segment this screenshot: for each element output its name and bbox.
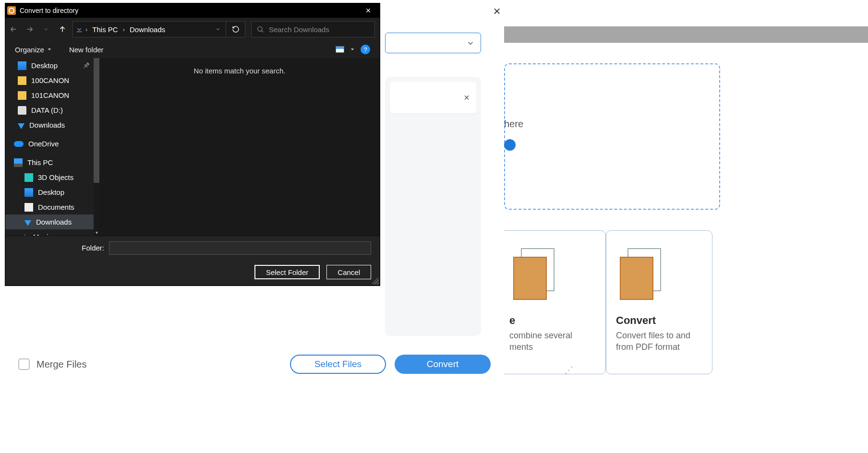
dialog-titlebar[interactable]: Convert to directory ×: [5, 3, 380, 18]
dialog-actions: Select Folder Cancel: [5, 260, 380, 285]
merge-checkbox[interactable]: [18, 358, 30, 370]
select-folder-button[interactable]: Select Folder: [254, 265, 320, 279]
svg-marker-6: [48, 48, 51, 50]
tree-item-label: OneDrive: [28, 140, 59, 148]
crumb-this-pc[interactable]: This PC: [87, 25, 122, 34]
folder-label: Folder:: [82, 244, 104, 252]
files-panel: [385, 77, 481, 336]
drop-zone[interactable]: [504, 63, 720, 210]
desktop-icon: [24, 188, 33, 197]
nav-forward-button[interactable]: [22, 21, 38, 37]
search-icon: [256, 25, 264, 33]
dialog-close-button[interactable]: ×: [359, 4, 378, 17]
tree-item-label: Downloads: [36, 218, 72, 226]
convert-card-icon: [616, 241, 664, 304]
help-button[interactable]: ?: [361, 45, 370, 54]
tree-item-label: This PC: [27, 158, 53, 167]
nav-tree[interactable]: Desktop100CANON101CANONDATA (D:)Download…: [5, 58, 99, 236]
modal-footer: Merge Files Select Files Convert: [18, 353, 491, 375]
card-desc: Convert files to and from PDF format: [616, 330, 702, 353]
tree-item-label: 100CANON: [31, 76, 69, 84]
card-desc: combine several ments: [509, 330, 596, 353]
scroll-thumb[interactable]: [94, 58, 99, 183]
tree-item[interactable]: 3D Objects: [5, 170, 99, 185]
music-icon: [24, 234, 28, 236]
chip-remove-icon[interactable]: ×: [464, 92, 470, 103]
dialog-navbar: › This PC › Downloads Search Downloads: [5, 18, 380, 41]
tree-item-label: Downloads: [29, 121, 65, 129]
address-breadcrumb[interactable]: › This PC › Downloads: [72, 21, 226, 37]
drive-icon: [18, 106, 26, 115]
nav-back-button[interactable]: [5, 21, 22, 37]
tree-scrollbar[interactable]: ▴ ▾: [94, 58, 99, 236]
search-placeholder: Search Downloads: [269, 25, 329, 34]
feature-card-convert[interactable]: Convert Convert files to and from PDF fo…: [606, 230, 712, 374]
nav-up-button[interactable]: [54, 21, 71, 37]
search-input[interactable]: Search Downloads: [251, 21, 375, 37]
scroll-down-icon[interactable]: ▾: [94, 230, 99, 235]
modal-close-button[interactable]: ×: [490, 4, 504, 18]
convert-button[interactable]: Convert: [395, 355, 491, 374]
file-list-area[interactable]: No items match your search.: [99, 58, 380, 236]
crumb-dropdown-button[interactable]: [210, 26, 226, 32]
tree-item-label: DATA (D:): [31, 106, 63, 114]
format-dropdown[interactable]: [385, 33, 481, 53]
view-mode-icon[interactable]: [336, 46, 344, 53]
dialog-title: Convert to directory: [20, 7, 78, 14]
view-dropdown-icon[interactable]: [350, 47, 355, 52]
resize-grip-icon[interactable]: ⋰: [565, 365, 573, 375]
downloads-crumb-icon: [73, 25, 85, 34]
new-folder-button[interactable]: New folder: [69, 46, 104, 54]
dialog-body: Desktop100CANON101CANONDATA (D:)Download…: [5, 58, 380, 236]
tree-item[interactable]: Documents: [5, 200, 99, 215]
organize-menu[interactable]: Organize: [15, 46, 52, 54]
empty-message: No items match your search.: [99, 67, 380, 75]
folder-row: Folder:: [5, 236, 380, 260]
dialog-toolbar: Organize New folder ?: [5, 41, 380, 58]
nav-recent-button[interactable]: [38, 21, 54, 37]
tree-item-label: Desktop: [31, 61, 58, 70]
doc-icon: [24, 203, 33, 212]
drop-indicator-icon: [504, 139, 516, 151]
tree-item[interactable]: Downloads: [5, 215, 99, 229]
svg-line-5: [262, 31, 263, 32]
refresh-button[interactable]: [226, 21, 245, 37]
app-icon: [7, 6, 16, 15]
tree-item[interactable]: Desktop: [5, 58, 99, 73]
tree-item[interactable]: Downloads: [5, 118, 99, 132]
merge-card-icon: [509, 241, 557, 304]
tree-item[interactable]: DATA (D:): [5, 103, 99, 118]
3d-icon: [24, 173, 33, 182]
pc-icon: [14, 158, 23, 167]
folder-icon: [18, 76, 26, 85]
chevron-down-icon: [466, 39, 475, 48]
svg-rect-3: [77, 32, 82, 33]
onedrive-icon: [14, 141, 24, 147]
cancel-button[interactable]: Cancel: [326, 265, 371, 279]
down-icon: [18, 123, 24, 129]
background-menubar: [504, 26, 868, 43]
tree-item[interactable]: This PC: [5, 155, 99, 170]
down-icon: [24, 220, 31, 226]
tree-item-label: Music: [33, 233, 52, 236]
crumb-downloads[interactable]: Downloads: [125, 25, 170, 34]
resize-grip-icon[interactable]: [372, 278, 379, 285]
tree-item[interactable]: Music: [5, 229, 99, 236]
folder-input[interactable]: [109, 241, 371, 255]
folder-icon: [18, 91, 26, 100]
tree-item-label: 3D Objects: [38, 173, 73, 181]
file-chip[interactable]: ×: [390, 82, 476, 113]
desktop-icon: [18, 61, 26, 70]
tree-item[interactable]: 101CANON: [5, 88, 99, 103]
select-files-button[interactable]: Select Files: [290, 355, 386, 374]
tree-item[interactable]: Desktop: [5, 185, 99, 200]
tree-item-label: Documents: [38, 203, 74, 211]
tree-item[interactable]: 100CANON: [5, 73, 99, 88]
card-title: e: [509, 314, 596, 327]
svg-marker-7: [351, 48, 354, 50]
tree-item[interactable]: OneDrive: [5, 136, 99, 151]
feature-card-merge[interactable]: e combine several ments: [499, 230, 606, 374]
card-title: Convert: [616, 314, 702, 327]
tree-item-label: Desktop: [38, 188, 64, 196]
tree-item-label: 101CANON: [31, 91, 69, 99]
